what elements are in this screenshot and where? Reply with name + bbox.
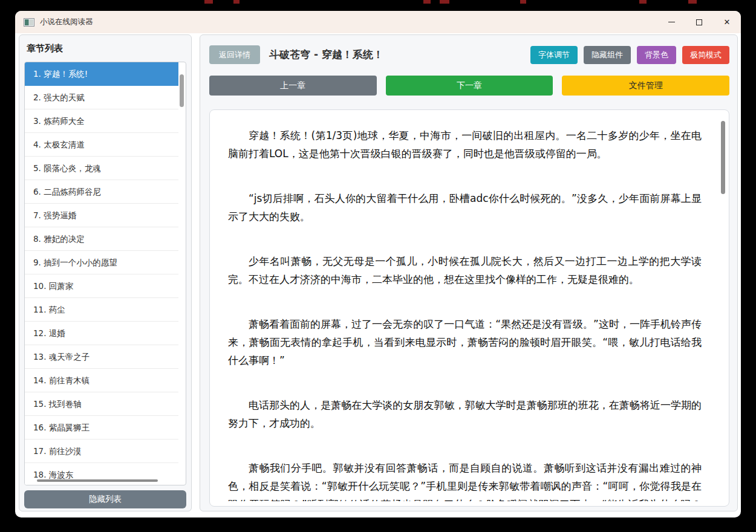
chapter-paragraph: “js切后排啊，石头人你的大留着干什么用，卧槽adc你什么时候死的。”没多久，少… [228, 189, 702, 225]
chapter-item[interactable]: 2. 强大的天赋 [25, 86, 178, 109]
back-to-details-button[interactable]: 返回详情 [209, 45, 260, 64]
hide-components-button[interactable]: 隐藏组件 [584, 46, 631, 64]
close-button[interactable]: ✕ [713, 11, 741, 33]
chapter-item-label: 2. 强大的天赋 [33, 92, 85, 102]
chapter-item-label: 1. 穿越！系统! [33, 69, 88, 79]
background-artifact [423, 0, 431, 4]
chapter-item-label: 7. 强势逼婚 [33, 210, 76, 220]
chapter-list-vertical-scrollbar[interactable] [180, 63, 184, 476]
chapter-item-label: 3. 炼药师大全 [33, 116, 85, 126]
chapter-item[interactable]: 17. 前往沙漠 [25, 440, 178, 463]
chapter-item[interactable]: 9. 抽到一个小小的愿望 [25, 251, 178, 274]
reader-panel: 返回详情 斗破苍穹 - 穿越！系统！ 字体调节 隐藏组件 背景色 极简模式 上一… [200, 34, 738, 511]
background-artifact [520, 0, 526, 4]
chapter-item[interactable]: 15. 找到卷轴 [25, 392, 178, 416]
chapter-paragraph: 萧畅看着面前的屏幕，过了一会无奈的叹了一口气道：“果然还是没有晋级。”这时，一阵… [228, 315, 702, 369]
hide-list-button[interactable]: 隐藏列表 [24, 490, 186, 508]
chapter-item[interactable]: 4. 太极玄清道 [25, 133, 178, 157]
chapter-item[interactable]: 6. 二品炼药师谷尼 [25, 180, 178, 204]
chapter-item[interactable]: 7. 强势逼婚 [25, 204, 178, 227]
book-chapter-title: 斗破苍穹 - 穿越！系统！ [269, 48, 383, 62]
chapter-list-title: 章节列表 [19, 35, 191, 54]
chapter-item-label: 5. 陨落心炎，龙魂 [33, 163, 101, 173]
chapter-item-label: 17. 前往沙漠 [33, 446, 82, 456]
chapter-item-label: 8. 雅妃的决定 [33, 234, 85, 244]
prev-chapter-button[interactable]: 上一章 [209, 76, 377, 96]
chapter-item-label: 11. 药尘 [33, 305, 65, 314]
chapter-item-label: 13. 魂天帝之子 [33, 352, 90, 362]
chapter-paragraph: 萧畅我们分手吧。郭敏并没有回答萧畅话，而是自顾自的说道。萧畅听到这话并没有漏出难… [228, 459, 702, 501]
chapter-item-label: 14. 前往青木镇 [33, 375, 90, 385]
chapter-paragraph: 电话那头的人，是萧畅在大学谈的女朋友郭敏，郭敏大学时是萧畅那班的班花，在萧畅将近… [228, 396, 702, 432]
file-manager-button[interactable]: 文件管理 [562, 76, 729, 96]
chapter-list-horizontal-scrollbar[interactable] [26, 478, 177, 483]
window-controls: ✕ [657, 11, 741, 33]
titlebar: 小说在线阅读器 ✕ [15, 11, 741, 33]
chapter-item-label: 6. 二品炼药师谷尼 [33, 187, 101, 196]
background-artifact [204, 0, 213, 4]
reader-app-icon [24, 18, 34, 27]
chapter-item[interactable]: 14. 前往青木镇 [25, 369, 178, 392]
vertical-scrollbar-thumb[interactable] [180, 74, 184, 107]
background-color-button[interactable]: 背景色 [637, 46, 676, 64]
chapter-item-label: 12. 退婚 [33, 328, 65, 338]
horizontal-scrollbar-thumb[interactable] [37, 479, 158, 482]
minimal-mode-button[interactable]: 极简模式 [682, 46, 729, 64]
window-title: 小说在线阅读器 [40, 17, 93, 27]
background-artifact [639, 0, 647, 4]
chapter-text: 穿越！系统！(第1/3页)地球，华夏，中海市，一间破旧的出租屋内。一名二十多岁的… [228, 126, 702, 501]
background-artifact [233, 0, 240, 4]
chapter-sidebar: 章节列表 1. 穿越！系统! 2. 强大的天赋 3. 炼药师大全 [19, 34, 192, 511]
chapter-item[interactable]: 10. 回萧家 [25, 274, 178, 298]
chapter-item[interactable]: 13. 魂天帝之子 [25, 345, 178, 369]
minimize-icon [668, 22, 675, 23]
chapter-paragraph: 穿越！系统！(第1/3页)地球，华夏，中海市，一间破旧的出租屋内。一名二十多岁的… [228, 126, 702, 163]
chapter-nav: 上一章 下一章 文件管理 [209, 76, 729, 96]
chapter-items: 1. 穿越！系统! 2. 强大的天赋 3. 炼药师大全 4. 太极玄清道 [25, 62, 178, 485]
font-adjust-button[interactable]: 字体调节 [530, 46, 578, 64]
chapter-item[interactable]: 8. 雅妃的决定 [25, 227, 178, 251]
chapter-item[interactable]: 12. 退婚 [25, 322, 178, 345]
toolbar: 返回详情 斗破苍穹 - 穿越！系统！ 字体调节 隐藏组件 背景色 极简模式 [209, 45, 729, 64]
maximize-button[interactable] [685, 11, 713, 33]
chapter-item-label: 9. 抽到一个小小的愿望 [33, 258, 117, 267]
background-artifact [440, 0, 449, 4]
chapter-item[interactable]: 11. 药尘 [25, 298, 178, 322]
chapter-item[interactable]: 1. 穿越！系统! [25, 62, 178, 86]
next-chapter-button[interactable]: 下一章 [386, 76, 553, 96]
chapter-item[interactable]: 16. 紫晶翼狮王 [25, 416, 178, 440]
reading-area: 穿越！系统！(第1/3页)地球，华夏，中海市，一间破旧的出租屋内。一名二十多岁的… [209, 109, 729, 507]
chapter-item[interactable]: 5. 陨落心炎，龙魂 [25, 157, 178, 180]
minimize-button[interactable] [657, 11, 685, 33]
chapter-item-label: 4. 太极玄清道 [33, 140, 85, 149]
chapter-item-label: 15. 找到卷轴 [33, 399, 82, 409]
reader-scrollbar-thumb[interactable] [721, 121, 725, 194]
chapter-item-label: 16. 紫晶翼狮王 [33, 423, 90, 432]
chapter-list: 1. 穿越！系统! 2. 强大的天赋 3. 炼药师大全 4. 太极玄清道 [24, 62, 186, 485]
maximize-icon [696, 19, 702, 25]
background-artifact [688, 0, 697, 4]
chapter-paragraph: 少年名叫萧畅，无父无母是一个孤儿，小时候在孤儿院长大，然后又一边打工一边上学的把… [228, 252, 702, 288]
chapter-item[interactable]: 3. 炼药师大全 [25, 109, 178, 133]
close-icon: ✕ [724, 18, 731, 26]
app-window: 小说在线阅读器 ✕ 章节列表 1. 穿越！系统! [15, 11, 741, 517]
chapter-item-label: 10. 回萧家 [33, 281, 73, 291]
